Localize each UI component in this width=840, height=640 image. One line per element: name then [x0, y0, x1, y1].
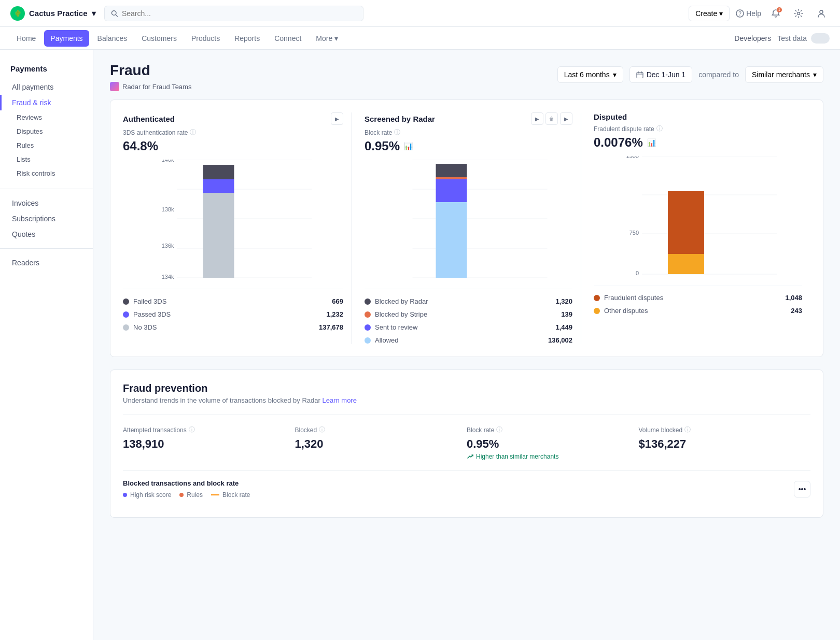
authenticated-metric-value: 64.8%: [123, 139, 343, 153]
sidebar-title: Payments: [0, 60, 93, 77]
sidebar-item-rules[interactable]: Rules: [0, 138, 93, 152]
metric-attempted-value: 138,910: [123, 437, 283, 451]
help-button[interactable]: ? Help: [736, 9, 761, 18]
metric-block-rate-info: ⓘ: [496, 425, 502, 434]
authenticated-bar-chart: 140k 138k 136k 134k: [146, 160, 343, 279]
sidebar-divider: [0, 189, 93, 189]
sidebar-item-reviews[interactable]: Reviews: [0, 110, 93, 124]
legend-dot-passed: [123, 311, 129, 318]
sidebar-item-all-payments[interactable]: All payments: [0, 79, 93, 95]
screened-chart-trash[interactable]: 🗑: [545, 112, 558, 125]
blocked-chart-legend: High risk score Rules Block rate: [123, 491, 250, 499]
svg-rect-16: [203, 165, 234, 179]
sidebar-item-subscriptions[interactable]: Subscriptions: [0, 211, 93, 226]
header-controls: Last 6 months ▾ Dec 1-Jun 1 compared to …: [557, 66, 823, 83]
user-button[interactable]: [813, 5, 830, 22]
nav-home[interactable]: Home: [10, 30, 42, 47]
legend-dot-failed: [123, 298, 129, 305]
date-range-picker[interactable]: Dec 1-Jun 1: [629, 66, 692, 83]
svg-rect-18: [203, 193, 234, 278]
metric-volume-blocked-info: ⓘ: [684, 425, 691, 434]
sidebar-item-invoices[interactable]: Invoices: [0, 195, 93, 211]
fraud-prevention-metrics: Attempted transactions ⓘ 138,910 Blocked…: [123, 415, 810, 460]
screened-metric-value: 0.95% 📊: [365, 139, 572, 153]
legend-blocked-stripe: Blocked by Stripe 139: [365, 310, 572, 318]
search-container[interactable]: [104, 6, 363, 21]
topbar-actions: Create ▾ ? Help 1: [689, 5, 830, 22]
nav-payments[interactable]: Payments: [44, 30, 89, 47]
svg-point-5: [820, 10, 823, 13]
create-button[interactable]: Create ▾: [689, 6, 730, 21]
screened-chart-forward1[interactable]: ▶: [531, 112, 543, 125]
notification-badge: 1: [777, 7, 782, 12]
legend-dot-other: [594, 308, 600, 314]
svg-point-4: [797, 12, 800, 15]
disputed-chart-title: Disputed: [594, 112, 627, 121]
search-icon: [111, 10, 118, 17]
developers-link[interactable]: Developers: [734, 34, 771, 42]
metric-volume-blocked-label: Volume blocked ⓘ: [639, 425, 799, 434]
comparison-dropdown[interactable]: Similar merchants ▾: [745, 66, 823, 83]
svg-text:136k: 136k: [162, 243, 174, 249]
disputed-metric-value: 0.0076% 📊: [594, 135, 802, 150]
metric-attempted-info: ⓘ: [189, 425, 195, 434]
sidebar-item-lists[interactable]: Lists: [0, 152, 93, 166]
authenticated-bar-area: 140k 138k 136k 134k: [123, 160, 343, 280]
disputed-bar-area: 1500 750 0: [594, 156, 802, 277]
legend-dot-blocked-radar: [365, 298, 371, 305]
metric-blocked-info: ⓘ: [319, 425, 325, 434]
screened-chart-forward2[interactable]: ▶: [560, 112, 572, 125]
test-data-toggle[interactable]: Test data: [777, 33, 830, 44]
svg-rect-36: [668, 254, 704, 274]
nav-connect[interactable]: Connect: [268, 30, 307, 47]
svg-text:1500: 1500: [626, 156, 639, 159]
fraud-prevention-section: Fraud prevention Understand trends in th…: [110, 369, 823, 518]
disputed-legend: Fraudulent disputes 1,048 Other disputes…: [594, 285, 802, 315]
page-layout: Payments All payments Fraud & risk Revie…: [0, 50, 840, 640]
nav-customers[interactable]: Customers: [135, 30, 183, 47]
nav-products[interactable]: Products: [185, 30, 226, 47]
metric-block-rate-comparison: Higher than similar merchants: [467, 453, 626, 460]
notifications-button[interactable]: 1: [767, 5, 784, 22]
more-options-button[interactable]: •••: [794, 481, 810, 497]
learn-more-link[interactable]: Learn more: [322, 396, 356, 404]
legend-failed-3ds: Failed 3DS 669: [123, 297, 343, 305]
main-nav: Home Payments Balances Customers Product…: [0, 27, 840, 50]
charts-section: Authenticated ▶ 3DS authentication rate …: [110, 99, 823, 357]
sidebar-item-disputes[interactable]: Disputes: [0, 124, 93, 138]
test-data-switch[interactable]: [811, 33, 830, 44]
sidebar-item-fraud-risk[interactable]: Fraud & risk: [0, 95, 93, 110]
search-input[interactable]: [122, 9, 357, 18]
create-chevron: ▾: [719, 9, 723, 18]
legend-passed-3ds: Passed 3DS 1,232: [123, 310, 343, 318]
sidebar-item-quotes[interactable]: Quotes: [0, 226, 93, 242]
nav-reports[interactable]: Reports: [228, 30, 266, 47]
svg-rect-35: [668, 191, 704, 254]
settings-button[interactable]: [790, 5, 807, 22]
authenticated-info-icon: ⓘ: [190, 128, 196, 137]
metric-attempted-label: Attempted transactions ⓘ: [123, 425, 283, 434]
disputed-bar-chart: 1500 750 0: [617, 156, 802, 275]
screened-info-icon: ⓘ: [394, 128, 400, 137]
time-range-dropdown[interactable]: Last 6 months ▾: [557, 66, 623, 83]
metric-block-rate-value: 0.95%: [467, 437, 626, 451]
nav-more[interactable]: More ▾: [310, 30, 344, 47]
metric-block-rate-label: Block rate ⓘ: [467, 425, 626, 434]
metric-blocked-label: Blocked ⓘ: [295, 425, 455, 434]
sidebar-item-readers[interactable]: Readers: [0, 255, 93, 271]
authenticated-chart-nav: ▶: [331, 112, 343, 125]
disputed-info-icon: ⓘ: [656, 124, 663, 133]
authenticated-legend: Failed 3DS 669 Passed 3DS 1,232: [123, 289, 343, 331]
legend-dot-blocked-stripe: [365, 311, 371, 318]
nav-balances[interactable]: Balances: [91, 30, 134, 47]
svg-text:140k: 140k: [162, 160, 174, 163]
fraud-prevention-desc: Understand trends in the volume of trans…: [123, 396, 810, 404]
svg-rect-17: [203, 179, 234, 193]
legend-rules: Rules: [179, 491, 203, 499]
sidebar-item-risk-controls[interactable]: Risk controls: [0, 166, 93, 180]
authenticated-chart-forward[interactable]: ▶: [331, 112, 343, 125]
metric-volume-blocked: Volume blocked ⓘ $136,227: [639, 425, 811, 460]
screened-trend-icon: 📊: [404, 142, 413, 150]
brand[interactable]: 🌵 Cactus Practice ▾: [10, 6, 96, 21]
radar-icon: [110, 82, 119, 91]
